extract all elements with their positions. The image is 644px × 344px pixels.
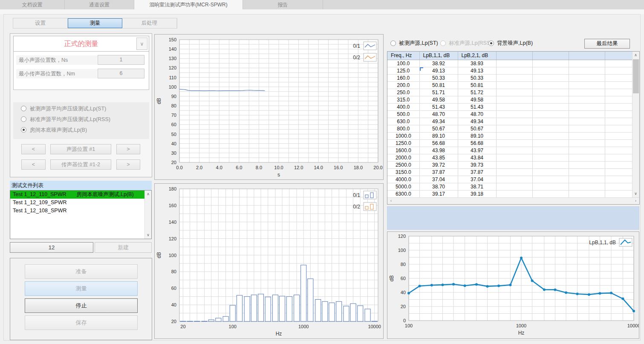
position-prev-button[interactable]: < — [21, 144, 46, 154]
table-cell[interactable] — [569, 132, 605, 139]
final-result-button[interactable]: 最后结果 — [584, 39, 630, 49]
table-cell[interactable] — [605, 118, 632, 125]
table-row[interactable]: 250.051.7151.72 — [387, 89, 632, 96]
radio-icon[interactable] — [21, 116, 26, 122]
table-cell[interactable]: 50.33 — [458, 74, 496, 81]
table-cell[interactable]: 37.87 — [458, 168, 496, 176]
table-row[interactable]: 200.050.8150.81 — [387, 81, 632, 89]
table-cell[interactable] — [532, 118, 569, 125]
table-cell[interactable] — [569, 125, 605, 132]
table-cell[interactable]: 400.0 — [387, 103, 419, 110]
table-cell[interactable] — [605, 89, 632, 96]
table-cell[interactable] — [532, 103, 569, 110]
table-cell[interactable] — [605, 168, 632, 176]
table-cell[interactable]: 89.10 — [458, 132, 496, 139]
table-row[interactable]: 1000.089.1089.10 — [387, 132, 632, 139]
table-cell[interactable]: 50.81 — [458, 81, 496, 89]
table-cell[interactable] — [605, 125, 632, 132]
table-row[interactable]: 500.048.7048.70 — [387, 110, 632, 118]
table-cell[interactable]: 51.43 — [419, 103, 458, 110]
table-cell[interactable] — [496, 103, 532, 110]
table-cell[interactable]: 39.17 — [419, 190, 458, 197]
table-cell[interactable]: 49.34 — [458, 118, 496, 125]
table-row[interactable]: 4000.037.0437.04 — [387, 176, 632, 183]
table-cell[interactable] — [569, 103, 605, 110]
radio-icon[interactable] — [488, 40, 494, 46]
table-cell[interactable]: 49.13 — [419, 67, 458, 74]
table-cell[interactable]: 43.84 — [458, 154, 496, 161]
table-cell[interactable] — [605, 183, 632, 190]
table-cell[interactable]: 200.0 — [387, 81, 419, 89]
table-cell[interactable] — [569, 89, 605, 96]
table-cell[interactable] — [496, 176, 532, 183]
test-file-list[interactable]: Test 1_12_110_SPWR房间本底噪声测试,Lp(B)Test 1_1… — [10, 190, 152, 239]
table-row[interactable]: 630.049.3449.34 — [387, 118, 632, 125]
table-cell[interactable] — [496, 67, 532, 74]
table-cell[interactable] — [605, 67, 632, 74]
table-cell[interactable] — [496, 168, 532, 176]
table-cell[interactable]: 50.67 — [458, 125, 496, 132]
table-cell[interactable] — [569, 81, 605, 89]
position-next-button[interactable]: > — [116, 144, 140, 154]
table-cell[interactable] — [496, 139, 532, 147]
table-cell[interactable] — [605, 176, 632, 183]
table-cell[interactable] — [532, 125, 569, 132]
radio-icon[interactable] — [21, 106, 26, 111]
table-cell[interactable] — [605, 154, 632, 161]
table-cell[interactable] — [532, 132, 569, 139]
table-cell[interactable] — [496, 81, 532, 89]
param-value-field[interactable]: 1 — [98, 55, 144, 65]
table-cell[interactable] — [569, 176, 605, 183]
table-cell[interactable] — [532, 110, 569, 118]
table-row[interactable]: 5000.038.7038.71 — [387, 183, 632, 190]
table-cell[interactable]: 50.81 — [419, 81, 458, 89]
table-cell[interactable] — [532, 190, 569, 197]
table-row[interactable]: 3150.037.8737.87 — [387, 168, 632, 176]
table-cell[interactable]: 49.58 — [458, 96, 496, 103]
sub-tab-1[interactable]: 设置 — [13, 18, 68, 28]
table-cell[interactable] — [605, 190, 632, 197]
new-test-button[interactable]: 新建 — [95, 242, 152, 253]
source-position-button[interactable]: 声源位置 #1 — [50, 144, 111, 154]
table-cell[interactable] — [496, 118, 532, 125]
main-tab-2[interactable]: 通道设置 — [65, 0, 134, 9]
chevron-down-icon[interactable]: ∨ — [136, 38, 147, 50]
sub-tab-3[interactable]: 后处理 — [122, 18, 177, 28]
table-cell[interactable]: 5000.0 — [387, 183, 419, 190]
table-cell[interactable] — [569, 67, 605, 74]
radio-icon[interactable] — [390, 40, 396, 46]
scroll-left-icon[interactable]: ‹ — [388, 198, 394, 204]
table-cell[interactable] — [532, 67, 569, 74]
table-cell[interactable]: 2500.0 — [387, 161, 419, 168]
table-cell[interactable] — [532, 139, 569, 147]
table-vertical-scrollbar[interactable]: ∧ ∨ — [632, 52, 639, 197]
position-next-button[interactable]: > — [116, 159, 140, 170]
table-cell[interactable]: 4000.0 — [387, 176, 419, 183]
table-cell[interactable] — [569, 168, 605, 176]
main-tab-1[interactable]: 文档设置 — [0, 0, 65, 9]
table-cell[interactable] — [569, 154, 605, 161]
table-cell[interactable]: 38.71 — [458, 183, 496, 190]
table-cell[interactable] — [496, 89, 532, 96]
table-cell[interactable] — [496, 125, 532, 132]
test-type-option[interactable]: 标准声源平均声压级测试,Lp(RSS) — [13, 113, 149, 124]
table-cell[interactable] — [532, 74, 569, 81]
table-row[interactable]: 1250.056.6856.68 — [387, 139, 632, 147]
table-horizontal-scrollbar[interactable]: ‹ › — [387, 197, 639, 204]
test-type-option[interactable]: 房间本底噪声测试,Lp(B) — [13, 124, 149, 134]
table-cell[interactable] — [605, 103, 632, 110]
table-cell[interactable]: 50.67 — [419, 125, 458, 132]
table-cell[interactable]: 56.68 — [458, 139, 496, 147]
table-cell[interactable] — [605, 74, 632, 81]
table-cell[interactable] — [532, 147, 569, 154]
table-cell[interactable] — [496, 96, 532, 103]
table-cell[interactable]: 38.92 — [419, 60, 458, 67]
radio-icon[interactable] — [440, 40, 446, 46]
table-cell[interactable]: 48.70 — [458, 110, 496, 118]
table-cell[interactable]: 48.70 — [419, 110, 458, 118]
main-tab-4[interactable]: 报告 — [243, 0, 323, 9]
table-cell[interactable] — [532, 60, 569, 67]
table-cell[interactable] — [569, 139, 605, 147]
table-cell[interactable] — [569, 190, 605, 197]
table-cell[interactable] — [569, 74, 605, 81]
